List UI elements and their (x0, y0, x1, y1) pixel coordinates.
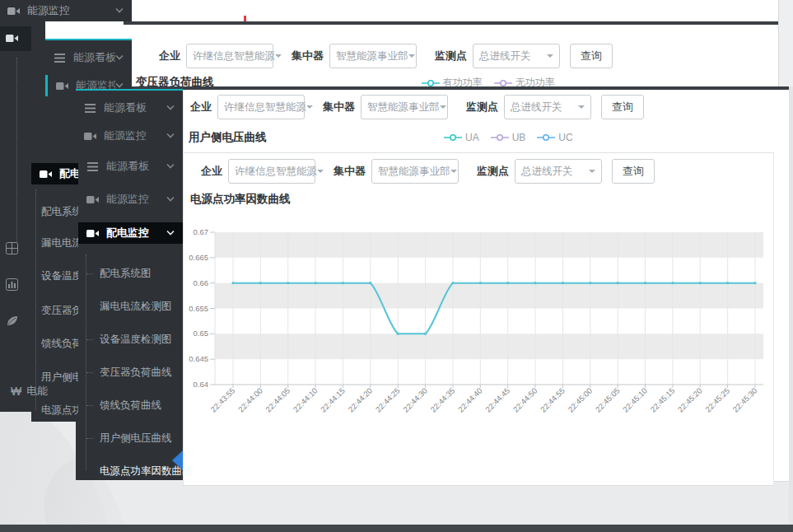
menu-item-transformer-load[interactable]: 变压器负荷曲线 (78, 364, 183, 380)
concentrator-select[interactable]: 智慧能源事业部 (371, 159, 459, 184)
power-factor-window-sidebar: 能源看板 能源监控 配电监控 配电系统图 漏电电流检测图 设备 (78, 146, 183, 480)
video-camera-icon (39, 170, 52, 179)
sidebar-item-energy-monitoring-root[interactable]: 能源监控 (0, 0, 132, 21)
chevron-down-icon (275, 54, 282, 58)
menu-item-user-voltage[interactable]: 用户侧电压曲线 (78, 430, 183, 446)
svg-text:22:44:30: 22:44:30 (401, 386, 429, 414)
monitor-point-label: 监测点 (466, 100, 498, 114)
concentrator-select[interactable]: 智慧能源事业部 (329, 44, 417, 68)
menu-item-distribution-diagram[interactable]: 配电系统图 (78, 265, 183, 282)
svg-text:22:44:05: 22:44:05 (264, 386, 292, 414)
video-camera-icon (86, 195, 99, 204)
chevron-down-icon (578, 105, 585, 109)
chevron-down-icon (408, 54, 415, 58)
legend-item-ua[interactable]: UA (444, 132, 479, 143)
company-label: 企业 (201, 164, 222, 179)
concentrator-select-value: 智慧能源事业部 (336, 49, 408, 63)
company-select-value: 许继信息智慧能源 (193, 49, 275, 63)
legend-label: UB (512, 132, 526, 143)
svg-text:22:45:20: 22:45:20 (676, 386, 704, 414)
svg-text:22:45:10: 22:45:10 (621, 386, 649, 414)
chevron-down-icon (589, 170, 595, 173)
power-factor-window-content: 企业 许继信息智慧能源 集中器 智慧能源事业部 监测点 总进线开关 查询 电源点… (183, 152, 774, 486)
sidebar-item-energy-monitoring[interactable]: 能源监控 (78, 189, 183, 210)
monitor-point-select-value: 总进线开关 (521, 165, 573, 179)
company-select[interactable]: 许继信息智慧能源 (217, 95, 305, 119)
bar-chart-icon[interactable] (6, 278, 18, 291)
query-button[interactable]: 查询 (570, 44, 613, 68)
svg-text:22:45:15: 22:45:15 (648, 386, 676, 414)
right-gutter (789, 86, 793, 525)
legend-item-ub[interactable]: UB (491, 132, 526, 143)
sidebar-item-energy-dashboard[interactable]: 能源看板 (76, 97, 183, 119)
sidebar-item-label: 电能 (26, 384, 48, 399)
concentrator-label: 集中器 (292, 49, 324, 63)
menu-item-device-temperature[interactable]: 设备温度检测图 (78, 331, 183, 348)
svg-text:22:45:30: 22:45:30 (730, 386, 758, 414)
dashboard-list-icon (83, 104, 96, 113)
sidebar-item-energy-dashboard[interactable]: 能源看板 (78, 156, 183, 177)
sidebar-item-label: 能源监控 (27, 3, 115, 18)
won-sign-icon: ₩ (11, 385, 21, 398)
video-camera-icon (7, 7, 20, 16)
dashboard-list-icon (86, 162, 99, 171)
chevron-down-icon (166, 133, 175, 138)
company-label: 企业 (159, 49, 180, 63)
video-camera-icon (83, 132, 96, 141)
app-root: 能源监控 企业 许继信息智慧能源 集中器 (0, 0, 793, 532)
menu-item-leakage-current[interactable]: 漏电电流检测图 (78, 298, 183, 315)
svg-text:22:45:05: 22:45:05 (594, 386, 622, 414)
monitor-point-select-value: 总进线开关 (479, 49, 531, 63)
query-toolbar: 企业 许继信息智慧能源 集中器 智慧能源事业部 监测点 总进线开关 查询 (190, 95, 644, 119)
concentrator-label: 集中器 (323, 100, 355, 114)
sidebar-item-label: 能源看板 (104, 100, 166, 115)
svg-text:0.65: 0.65 (194, 329, 209, 338)
concentrator-select[interactable]: 智慧能源事业部 (361, 95, 448, 119)
query-button[interactable]: 查询 (601, 95, 644, 119)
line-marker-icon (444, 133, 462, 142)
line-marker-icon (537, 133, 555, 142)
query-toolbar: 企业 许继信息智慧能源 集中器 智慧能源事业部 监测点 总进线开关 查询 (159, 44, 613, 68)
sidebar-item-energy-dashboard[interactable]: 能源看板 (45, 47, 132, 68)
legend-item-uc[interactable]: UC (537, 132, 572, 143)
right-gutter-top (778, 0, 793, 86)
sidebar-item-label: 能源看板 (106, 159, 166, 174)
monitor-point-label: 监测点 (435, 49, 467, 63)
menu-item-power-factor[interactable]: 电源点功率因数曲线 (78, 463, 183, 479)
chevron-down-icon (115, 55, 124, 60)
svg-text:22:44:10: 22:44:10 (292, 386, 320, 414)
svg-text:22:44:50: 22:44:50 (511, 386, 539, 414)
bottom-window-edge (0, 525, 793, 532)
query-button[interactable]: 查询 (612, 159, 655, 184)
svg-text:22:44:45: 22:44:45 (483, 386, 511, 414)
concentrator-select-value: 智慧能源事业部 (367, 100, 440, 114)
chevron-down-icon (317, 170, 324, 173)
monitor-point-select[interactable]: 总进线开关 (473, 44, 560, 68)
sidebar-item-energy-quality[interactable]: ₩ 电能 (11, 384, 48, 399)
tree-line (16, 58, 17, 242)
line-marker-icon (422, 79, 440, 87)
dashboard-list-icon (53, 54, 66, 63)
company-select[interactable]: 许继信息智慧能源 (228, 159, 315, 184)
chart-title: 用户侧电压曲线 (189, 130, 267, 145)
leaf-icon[interactable] (6, 315, 18, 327)
video-camera-icon[interactable] (6, 34, 18, 43)
company-select[interactable]: 许继信息智慧能源 (186, 44, 273, 68)
film-grid-icon[interactable] (6, 242, 18, 254)
menu-item-feeder-load[interactable]: 馈线负荷曲线 (78, 397, 183, 413)
svg-text:0.67: 0.67 (194, 227, 209, 236)
company-select-value: 许继信息智慧能源 (224, 100, 306, 114)
monitor-point-select[interactable]: 总进线开关 (515, 159, 602, 184)
svg-text:22:44:55: 22:44:55 (539, 386, 567, 414)
sidebar-item-distribution-monitoring[interactable]: 配电监控 (78, 222, 183, 244)
current-page-arrow-icon (172, 450, 183, 470)
svg-text:0.655: 0.655 (189, 304, 208, 313)
video-camera-icon (55, 82, 68, 91)
chart-legend: UA UB UC (444, 132, 573, 143)
svg-text:22:44:20: 22:44:20 (346, 386, 374, 414)
chevron-down-icon (440, 105, 446, 109)
chevron-down-icon (166, 197, 175, 202)
monitor-point-select[interactable]: 总进线开关 (504, 95, 591, 119)
svg-text:22:44:00: 22:44:00 (236, 386, 264, 414)
concentrator-select-value: 智慧能源事业部 (378, 165, 450, 179)
